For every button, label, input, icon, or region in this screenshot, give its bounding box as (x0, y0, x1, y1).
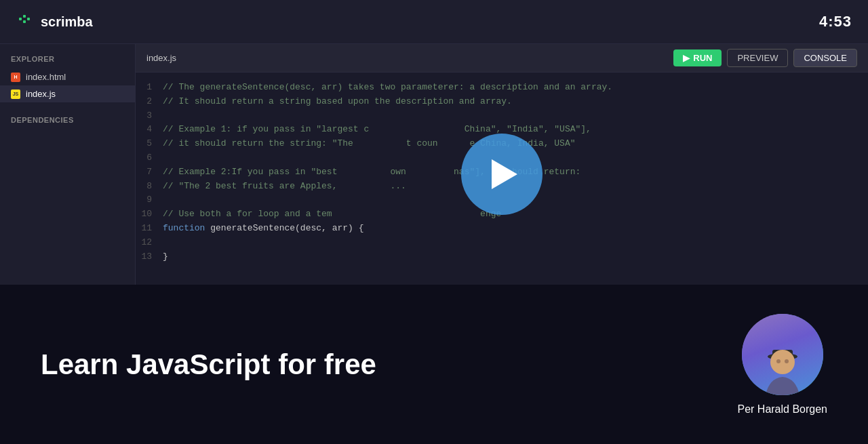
line-content-2: // It should return a string based upon … (163, 95, 868, 109)
course-title: Learn JavaScript for free (41, 348, 376, 381)
header: scrimba 4:53 (0, 0, 868, 44)
explorer-label: EXPLORER (0, 55, 135, 68)
editor-toolbar: index.js ▶ RUN PREVIEW CONSOLE (136, 44, 868, 73)
svg-point-6 (770, 350, 795, 374)
preview-button[interactable]: PREVIEW (727, 49, 788, 67)
svg-rect-1 (23, 15, 26, 18)
play-button[interactable] (461, 134, 542, 215)
play-triangle-icon (492, 159, 517, 189)
sidebar-file-js-label: index.js (26, 89, 56, 99)
svg-rect-0 (19, 18, 22, 20)
line-num-3: 3 (136, 109, 163, 123)
toolbar-buttons: ▶ RUN PREVIEW CONSOLE (673, 49, 857, 67)
dependencies-section: DEPENDENCIES (0, 116, 135, 129)
html-file-icon: H (11, 73, 20, 82)
scrimba-logo-icon (16, 12, 35, 31)
svg-rect-3 (27, 18, 30, 20)
line-num-1: 1 (136, 81, 163, 95)
line-num-13: 13 (136, 250, 163, 264)
svg-point-8 (785, 359, 789, 363)
svg-point-7 (776, 359, 781, 363)
code-line-11: 11 function generateSentence(desc, arr) … (136, 222, 868, 236)
console-button[interactable]: CONSOLE (793, 49, 857, 67)
editor-filename: index.js (146, 53, 176, 63)
line-num-9: 9 (136, 193, 163, 207)
instructor-name: Per Harald Borgen (737, 403, 827, 416)
line-num-6: 6 (136, 151, 163, 165)
line-num-2: 2 (136, 95, 163, 109)
code-line-13: 13 } (136, 250, 868, 264)
line-num-10: 10 (136, 207, 163, 222)
code-line-12: 12 (136, 236, 868, 250)
avatar-person-icon (752, 338, 813, 395)
run-icon: ▶ (683, 53, 690, 63)
sidebar-item-index-html[interactable]: H index.html (0, 68, 135, 85)
js-file-icon: JS (11, 89, 20, 99)
instructor: Per Harald Borgen (737, 314, 827, 416)
line-content-12 (163, 236, 868, 250)
dependencies-label: DEPENDENCIES (0, 116, 135, 129)
code-line-3: 3 (136, 109, 868, 123)
logo: scrimba (16, 12, 93, 31)
line-content-3 (163, 109, 868, 123)
timer: 4:53 (819, 13, 852, 31)
line-num-12: 12 (136, 236, 163, 250)
line-num-4: 4 (136, 123, 163, 137)
line-content-4: // Example 1: if you pass in "largest c … (163, 123, 868, 137)
line-content-11: function generateSentence(desc, arr) { (163, 222, 868, 236)
run-button[interactable]: ▶ RUN (673, 49, 722, 66)
line-num-7: 7 (136, 165, 163, 180)
logo-text: scrimba (41, 14, 93, 30)
svg-rect-2 (23, 20, 26, 23)
sidebar-item-index-js[interactable]: JS index.js (0, 85, 135, 102)
line-num-11: 11 (136, 222, 163, 236)
line-num-5: 5 (136, 137, 163, 151)
line-num-8: 8 (136, 180, 163, 194)
line-content-13: } (163, 250, 868, 264)
instructor-avatar (742, 314, 823, 395)
code-line-1: 1 // The generateSentence(desc, arr) tak… (136, 81, 868, 95)
sidebar-file-html-label: index.html (26, 72, 66, 82)
bottom-section: Learn JavaScript for free Per Harald Bor… (0, 285, 868, 444)
line-content-1: // The generateSentence(desc, arr) takes… (163, 81, 868, 95)
code-line-2: 2 // It should return a string based upo… (136, 95, 868, 109)
run-label: RUN (693, 53, 712, 63)
